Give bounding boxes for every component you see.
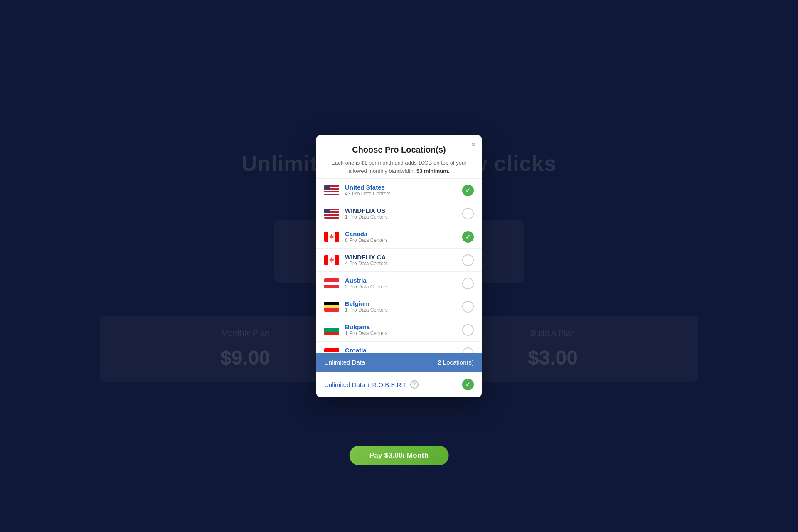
location-info-austria: Austria 2 Pro Data Centers <box>345 277 462 290</box>
location-info-canada: Canada 8 Pro Data Centers <box>345 230 462 243</box>
modal-bottom: Unlimited Data + R.O.B.E.R.T ? <box>316 372 482 397</box>
footer-locations-label: Location(s) <box>443 359 474 366</box>
robert-label-text: Unlimited Data + R.O.B.E.R.T <box>324 381 407 388</box>
close-button[interactable]: × <box>471 141 475 148</box>
location-item-austria[interactable]: Austria 2 Pro Data Centers <box>316 272 482 295</box>
location-item-belgium[interactable]: Belgium 1 Pro Data Centers <box>316 295 482 318</box>
flag-us <box>324 185 339 195</box>
robert-row: Unlimited Data + R.O.B.E.R.T ? <box>324 379 474 390</box>
modal: × Choose Pro Location(s) Each one is $1 … <box>316 135 482 397</box>
location-centers-bulgaria: 1 Pro Data Centers <box>345 330 462 336</box>
location-info-croatia: Croatia 1 Pro Data Centers <box>345 347 462 353</box>
location-name-austria: Austria <box>345 277 462 284</box>
modal-subtitle: Each one is $1 per month and adds 10GB o… <box>326 159 472 175</box>
location-centers-belgium: 1 Pro Data Centers <box>345 307 462 313</box>
check-robert[interactable] <box>462 379 474 390</box>
check-canada[interactable] <box>462 231 474 243</box>
flag-bulgaria <box>324 325 339 335</box>
robert-label: Unlimited Data + R.O.B.E.R.T ? <box>324 380 419 389</box>
location-item-bulgaria[interactable]: Bulgaria 1 Pro Data Centers <box>316 318 482 342</box>
footer-locations-count: 2 <box>438 359 441 366</box>
location-centers-windflix-ca: 4 Pro Data Centers <box>345 261 462 266</box>
modal-footer-bar: Unlimited Data 2 Location(s) <box>316 353 482 372</box>
check-austria[interactable] <box>462 278 474 289</box>
modal-backdrop[interactable]: × Choose Pro Location(s) Each one is $1 … <box>0 0 798 532</box>
location-name-bulgaria: Bulgaria <box>345 323 462 330</box>
check-windflix-us[interactable] <box>462 208 474 219</box>
location-item-windflix-ca[interactable]: 🍁 WINDFLIX CA 4 Pro Data Centers <box>316 249 482 272</box>
pay-button[interactable]: Pay $3.00/ Month <box>350 446 449 466</box>
footer-locations: 2 Location(s) <box>438 359 474 366</box>
location-item-canada[interactable]: 🍁 Canada 8 Pro Data Centers <box>316 225 482 249</box>
location-item-windflix-us[interactable]: WINDFLIX US 1 Pro Data Centers <box>316 202 482 225</box>
check-us[interactable] <box>462 185 474 196</box>
location-name-us: United States <box>345 184 462 191</box>
location-name-belgium: Belgium <box>345 300 462 307</box>
location-name-canada: Canada <box>345 230 462 237</box>
location-info-windflix-ca: WINDFLIX CA 4 Pro Data Centers <box>345 254 462 266</box>
location-name-windflix-us: WINDFLIX US <box>345 207 462 214</box>
check-croatia[interactable] <box>462 347 474 353</box>
flag-croatia <box>324 348 339 353</box>
check-belgium[interactable] <box>462 301 474 313</box>
location-info-belgium: Belgium 1 Pro Data Centers <box>345 300 462 313</box>
location-name-croatia: Croatia <box>345 347 462 353</box>
check-windflix-ca[interactable] <box>462 254 474 266</box>
flag-windflix-ca: 🍁 <box>324 255 339 265</box>
location-centers-us: 43 Pro Data Centers <box>345 191 462 197</box>
location-name-windflix-ca: WINDFLIX CA <box>345 254 462 261</box>
location-info-windflix-us: WINDFLIX US 1 Pro Data Centers <box>345 207 462 220</box>
location-info-us: United States 43 Pro Data Centers <box>345 184 462 197</box>
location-item-us[interactable]: United States 43 Pro Data Centers <box>316 179 482 202</box>
modal-subtitle-emphasis: $3 minimum. <box>416 168 449 174</box>
location-centers-windflix-us: 1 Pro Data Centers <box>345 214 462 220</box>
flag-windflix-us <box>324 209 339 219</box>
modal-title: Choose Pro Location(s) <box>326 145 472 155</box>
location-info-bulgaria: Bulgaria 1 Pro Data Centers <box>345 323 462 336</box>
flag-belgium <box>324 302 339 312</box>
location-centers-canada: 8 Pro Data Centers <box>345 237 462 243</box>
info-icon[interactable]: ? <box>410 380 419 389</box>
modal-header: × Choose Pro Location(s) Each one is $1 … <box>316 135 482 178</box>
location-item-croatia[interactable]: Croatia 1 Pro Data Centers <box>316 342 482 353</box>
check-bulgaria[interactable] <box>462 324 474 336</box>
flag-canada: 🍁 <box>324 232 339 242</box>
flag-austria <box>324 278 339 288</box>
location-list[interactable]: United States 43 Pro Data Centers <box>316 178 482 353</box>
footer-plan-name: Unlimited Data <box>324 359 365 366</box>
location-centers-austria: 2 Pro Data Centers <box>345 284 462 290</box>
